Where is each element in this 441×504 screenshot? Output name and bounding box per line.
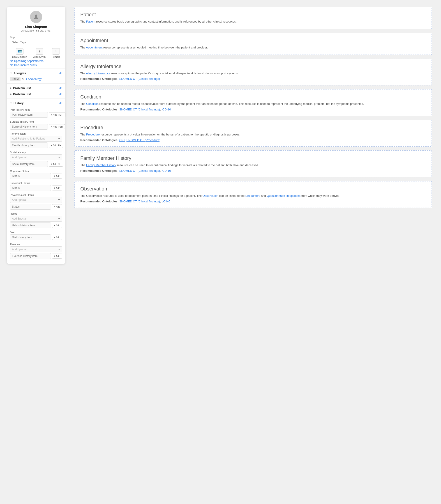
family-link[interactable]: Family Member History <box>86 163 116 167</box>
family-relationship-select[interactable]: Add Relationship to Patient <box>10 136 62 142</box>
more-options-icon[interactable]: ··· <box>59 10 62 14</box>
history-section-header[interactable]: ▼ History Edit <box>7 100 65 106</box>
encounters-link[interactable]: Encounters <box>245 194 260 197</box>
identity-icon-alice: ♀ <box>36 48 43 55</box>
psychological-status-label: Psychological Status <box>10 194 62 196</box>
history-chevron: ▼ <box>10 102 12 104</box>
past-history-input[interactable] <box>10 112 48 118</box>
exercise-label: Exercise <box>10 243 62 246</box>
no-visits-link[interactable]: No Documented Visits <box>7 63 65 67</box>
allergies-section-header[interactable]: ▼ Allergies Edit <box>7 70 65 76</box>
psychological-special-select[interactable]: Add Special <box>10 197 62 203</box>
resource-title-patient: Patient <box>80 12 426 18</box>
add-psh-button[interactable]: + Add PSH <box>49 124 65 129</box>
problem-list-1-edit[interactable]: Edit <box>58 87 62 90</box>
problem-list-1-label: Problem List <box>13 86 31 90</box>
psychological-status-input[interactable] <box>10 204 51 210</box>
identity-label-lisa: Lisa Simpson <box>12 56 27 58</box>
resource-card-condition: Condition The Condition resource can be … <box>74 89 432 116</box>
psychological-status-input-row: + Add <box>10 204 62 210</box>
social-history-input[interactable] <box>10 161 48 167</box>
resource-desc-condition: The Condition resource can be used to re… <box>80 102 426 106</box>
family-icd10-link[interactable]: ICD-10 <box>161 169 171 172</box>
condition-snomed-link[interactable]: SNOMED CT (Clinical findings) <box>119 108 160 111</box>
family-history-subsection: Family History Add Relationship to Patie… <box>7 130 65 149</box>
social-history-subsection: Social History Add Special + Add FH <box>7 149 65 167</box>
exercise-special-select[interactable]: Add Special <box>10 246 62 252</box>
problem-list-2-chevron: ▶ <box>10 93 12 95</box>
diet-label: Diet <box>10 231 62 234</box>
habits-special-select[interactable]: Add Special <box>10 216 62 222</box>
allergies-label: Allergies <box>14 72 26 75</box>
add-allergy-link[interactable]: + Add Allergy <box>26 77 42 81</box>
resource-desc-allergy: The Allergy Intolerance resource capture… <box>80 71 426 76</box>
appointment-link[interactable]: Appointment <box>86 46 102 49</box>
resource-card-family: Family Member History The Family Member … <box>74 150 432 178</box>
resource-desc-appointment: The Appointment resource represents a sc… <box>80 45 426 50</box>
add-habits-button[interactable]: + Add <box>52 223 62 228</box>
observation-recommended: Recommended Ontologies: SNOMED CT (Clini… <box>80 200 426 203</box>
functional-status-label: Functional Status <box>10 182 62 184</box>
problem-list-1-header[interactable]: ▶ Problem List Edit <box>7 85 65 91</box>
condition-recommended: Recommended Ontologies: SNOMED CT (Clini… <box>80 108 426 111</box>
cognitive-status-input[interactable] <box>10 173 51 179</box>
allergy-row: NKDA or + Add Allergy <box>7 76 65 82</box>
family-snomed-link[interactable]: SNOMED CT (Clinical findings) <box>119 169 160 172</box>
procedure-cpt-link[interactable]: CPT <box>119 138 125 142</box>
tags-input[interactable] <box>10 40 62 45</box>
observation-link[interactable]: Observation <box>203 194 218 197</box>
procedure-link[interactable]: Procedure <box>86 133 100 136</box>
add-cognitive-button[interactable]: + Add <box>52 174 62 178</box>
surgical-history-input[interactable] <box>10 124 48 130</box>
patient-name: Lisa Simpson <box>25 25 47 29</box>
add-social-fh-button[interactable]: + Add FH <box>49 162 63 167</box>
habits-input[interactable] <box>10 222 51 228</box>
questionnaire-link[interactable]: Questionnaire Responses <box>267 194 300 197</box>
resource-card-observation: Observation The Observation resource is … <box>74 181 432 208</box>
allergy-recommended: Recommended Ontologies: SNOMED CT (Clini… <box>80 77 426 80</box>
add-psychological-button[interactable]: + Add <box>52 204 62 209</box>
procedure-snomed-link[interactable]: SNOMED CT (Procedure) <box>126 138 160 142</box>
resource-card-appointment: Appointment The Appointment resource rep… <box>74 33 432 55</box>
condition-link[interactable]: Condition <box>86 102 99 105</box>
left-panel: ··· Lisa Simpson 25/02/1969 ( 53 yrs, 9 … <box>7 7 65 264</box>
past-history-subsection: Past History Item + Add PMH <box>7 106 65 118</box>
surgical-history-input-row: + Add PSH <box>10 124 62 130</box>
family-history-input[interactable] <box>10 142 48 148</box>
history-label: History <box>14 102 24 105</box>
no-appointments-link[interactable]: No Upcoming Appointments <box>7 59 65 63</box>
allergy-link[interactable]: Allergy Intolerance <box>86 72 110 75</box>
problem-list-2-edit[interactable]: Edit <box>58 93 62 96</box>
tags-section: Tags <box>7 34 65 46</box>
diet-input[interactable] <box>10 234 51 240</box>
functional-status-subsection: Functional Status + Add <box>7 179 65 191</box>
problem-list-2-header[interactable]: ▶ Problem List Edit <box>7 91 65 97</box>
family-recommended: Recommended Ontologies: SNOMED CT (Clini… <box>80 169 426 172</box>
resource-title-appointment: Appointment <box>80 38 426 44</box>
observation-snomed-link[interactable]: SNOMED CT (Clinical findings) <box>119 200 160 203</box>
add-pmh-button[interactable]: + Add PMH <box>49 112 65 117</box>
allergies-chevron: ▼ <box>10 72 12 74</box>
patient-header: ··· Lisa Simpson 25/02/1969 ( 53 yrs, 9 … <box>7 7 65 34</box>
add-diet-button[interactable]: + Add <box>52 235 62 240</box>
resource-card-patient: Patient The Patient resource stores basi… <box>74 7 432 29</box>
allergy-snomed-link[interactable]: SNOMED CT (Clinical findings) <box>119 77 160 80</box>
resource-desc-patient: The Patient resource stores basic demogr… <box>80 19 426 24</box>
exercise-input[interactable] <box>10 253 51 259</box>
patient-link[interactable]: Patient <box>86 20 95 23</box>
identity-item-female: ♀ Female <box>52 48 60 58</box>
condition-icd10-link[interactable]: ICD-10 <box>161 108 171 111</box>
functional-status-input[interactable] <box>10 185 51 191</box>
add-functional-button[interactable]: + Add <box>52 186 62 191</box>
identity-row: 🪪 Lisa Simpson ♀ Alice Smith ♀ Female <box>7 46 65 59</box>
social-special-select[interactable]: Add Special <box>10 154 62 160</box>
resource-title-family: Family Member History <box>80 155 426 161</box>
past-history-input-row: + Add PMH <box>10 112 62 118</box>
observation-loinc-link[interactable]: LOINC <box>161 200 171 203</box>
add-fh-button[interactable]: + Add FH <box>49 143 63 148</box>
add-exercise-button[interactable]: + Add <box>52 253 62 259</box>
identity-item-lisa: 🪪 Lisa Simpson <box>12 48 27 58</box>
history-edit[interactable]: Edit <box>58 102 62 105</box>
resource-title-allergy: Allergy Intolerance <box>80 64 426 69</box>
allergies-edit[interactable]: Edit <box>58 72 62 75</box>
